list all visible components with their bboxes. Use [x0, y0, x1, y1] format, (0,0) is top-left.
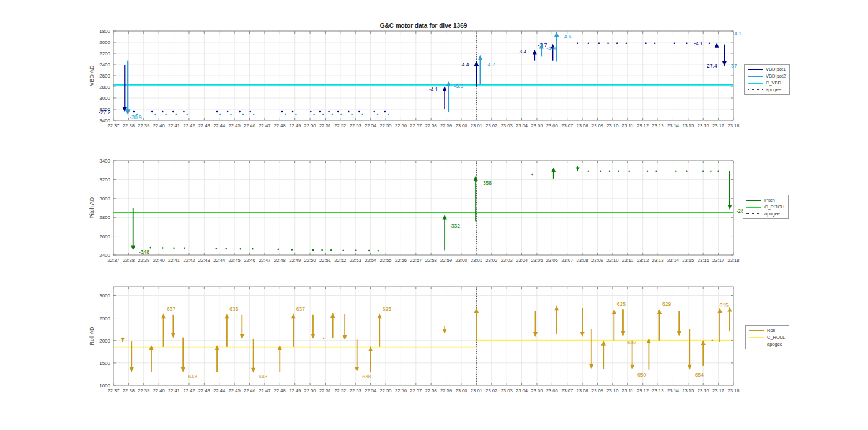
x-tick-label: 23:05 — [531, 123, 542, 128]
annotation-label: 625 — [383, 306, 391, 312]
x-tick-label: 23:12 — [637, 388, 649, 393]
x-tick-label: 22:42 — [183, 123, 195, 128]
x-tick-label: 23:09 — [591, 388, 603, 393]
annotation-label: -3.4 — [518, 48, 527, 55]
x-tick-label: 23:06 — [546, 123, 558, 128]
x-tick-label: 22:52 — [334, 123, 346, 128]
x-tick-label: 22:49 — [289, 258, 301, 263]
y-tick-label: 2600 — [99, 234, 110, 240]
x-tick-label: 23:14 — [667, 123, 679, 128]
legend-item-apogee: apogee — [748, 87, 786, 92]
annotation-label: -643 — [257, 374, 267, 380]
legend-label: C_PITCH — [764, 204, 784, 210]
x-tick-label: 23:01 — [471, 388, 482, 393]
legend-item-c_roll: C_ROLL — [749, 334, 785, 340]
x-tick-label: 23:10 — [606, 123, 618, 128]
x-tick-label: 22:47 — [259, 123, 270, 128]
annotation-label: 629 — [662, 301, 671, 307]
x-tick-label: 23:06 — [546, 388, 558, 393]
x-tick-label: 22:47 — [259, 258, 270, 263]
x-tick-label: 22:38 — [123, 123, 135, 128]
x-tick-label: 23:13 — [652, 388, 664, 393]
y-tick-label: 3400 — [99, 158, 110, 164]
x-tick-label: 23:13 — [652, 123, 664, 128]
x-tick-label: 23:18 — [727, 388, 739, 393]
x-tick-label: 23:17 — [712, 123, 724, 128]
x-tick-label: 22:54 — [365, 123, 376, 128]
y-tick-label: 2500 — [99, 316, 110, 321]
y-tick-label: 3200 — [99, 177, 110, 182]
legend-label: apogee — [766, 87, 781, 92]
x-tick-label: 22:37 — [107, 388, 119, 393]
x-tick-label: 22:48 — [274, 388, 286, 393]
legend-label: VBD pot1 — [766, 66, 786, 72]
x-tick-label: 22:37 — [107, 123, 119, 128]
x-tick-label: 22:43 — [198, 258, 210, 263]
x-tick-label: 22:40 — [153, 258, 165, 263]
annotation-label: -348 — [139, 249, 149, 255]
legend-line-sample — [749, 337, 764, 338]
y-tick-label: 2800 — [99, 215, 110, 220]
x-tick-label: 23:02 — [485, 123, 497, 128]
y-tick-label: 3000 — [99, 196, 110, 202]
x-tick-label: 23:01 — [471, 258, 482, 263]
x-tick-label: 22:42 — [183, 258, 195, 263]
x-tick-label: 23:07 — [561, 258, 573, 263]
annotation-label: 637 — [167, 306, 175, 312]
y-tick-label: 2800 — [99, 84, 110, 90]
x-tick-label: 22:52 — [334, 388, 346, 393]
y-axis-label: VBD AD — [89, 65, 95, 86]
x-tick-label: 23:07 — [561, 388, 573, 393]
x-tick-label: 22:57 — [410, 123, 422, 128]
annotation-label: -37 — [729, 63, 737, 69]
series-vbd-pot2: -30.9-5.3-4.7-4.8-4.6-37-4.1 — [125, 30, 742, 120]
legend-line-sample — [748, 83, 763, 84]
x-tick-label: 23:08 — [577, 123, 588, 128]
x-tick-label: 22:51 — [319, 258, 331, 263]
legend-line-sample — [748, 89, 763, 90]
x-tick-label: 23:07 — [561, 123, 573, 128]
x-tick-label: 22:58 — [425, 258, 437, 263]
x-tick-label: 23:03 — [501, 258, 513, 263]
x-tick-label: 22:48 — [274, 123, 286, 128]
x-tick-label: 22:53 — [350, 388, 361, 393]
legend-item-vbd-pot2: VBD pot2 — [748, 73, 786, 79]
legend-line-sample — [749, 330, 764, 331]
x-tick-label: 23:04 — [516, 388, 528, 393]
x-tick-label: 22:55 — [380, 388, 392, 393]
y-tick-label: 3400 — [99, 118, 110, 123]
x-tick-label: 23:14 — [667, 388, 679, 393]
x-tick-label: 23:15 — [682, 258, 694, 263]
y-tick-label: 2600 — [99, 73, 110, 79]
x-tick-label: 22:50 — [304, 388, 316, 393]
x-tick-label: 22:44 — [213, 123, 225, 128]
x-tick-label: 23:02 — [485, 388, 497, 393]
x-tick-label: 23:08 — [577, 258, 588, 263]
y-tick-label: 2400 — [99, 253, 110, 258]
x-tick-label: 23:09 — [591, 258, 603, 263]
legend-label: apogee — [764, 211, 780, 217]
annotation-label: -650 — [636, 372, 646, 378]
x-tick-label: 23:12 — [637, 258, 649, 263]
x-tick-label: 23:11 — [622, 388, 633, 393]
legend-item-vbd-pot1: VBD pot1 — [748, 66, 786, 72]
x-tick-label: 22:40 — [153, 123, 165, 128]
legend-line-sample — [748, 69, 763, 70]
x-tick-label: 23:14 — [667, 258, 679, 263]
annotation-label: 635 — [229, 306, 238, 312]
x-tick-label: 23:08 — [577, 388, 588, 393]
y-tick-label: 3000 — [99, 293, 110, 298]
x-tick-label: 23:04 — [516, 123, 528, 128]
x-tick-label: 23:10 — [606, 258, 618, 263]
annotation-label: 332 — [451, 223, 460, 229]
x-tick-label: 23:05 — [531, 388, 542, 393]
x-tick-label: 23:12 — [637, 123, 649, 128]
x-tick-label: 22:37 — [107, 258, 119, 263]
x-tick-label: 22:51 — [319, 388, 331, 393]
x-tick-label: 23:00 — [455, 258, 467, 263]
x-tick-label: 23:06 — [546, 258, 558, 263]
x-tick-label: 23:04 — [516, 258, 528, 263]
annotation-label: -4.7 — [486, 61, 495, 68]
annotation-label: -4.1 — [429, 86, 438, 92]
x-tick-label: 22:45 — [229, 258, 241, 263]
